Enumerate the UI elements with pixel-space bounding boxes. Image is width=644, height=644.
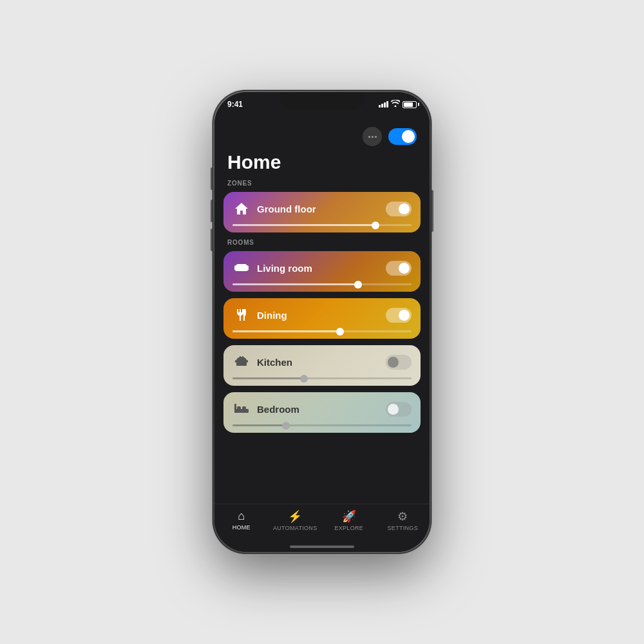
explore-nav-label: EXPLORE [334,525,363,531]
notch [280,92,364,110]
phone-frame: 9:41 [213,90,431,554]
living-room-toggle[interactable] [386,261,412,276]
bedroom-label: Bedroom [257,404,299,415]
living-room-label: Living room [257,263,312,274]
home-indicator [290,545,354,548]
ground-floor-card[interactable]: Ground floor [223,192,421,232]
kitchen-slider[interactable] [232,377,412,379]
main-toggle[interactable] [388,128,417,145]
rooms-cards: Living room [214,251,430,433]
status-icons [379,100,417,109]
bedroom-card[interactable]: Bedroom [223,392,421,433]
svg-rect-14 [242,406,246,410]
rooms-label: ROOMS [214,239,430,246]
dining-card[interactable]: Dining [223,298,421,339]
ground-floor-label: Ground floor [257,204,316,214]
phone-screen: 9:41 [214,92,430,552]
signal-icon [379,101,388,108]
svg-rect-11 [234,409,249,413]
kitchen-toggle[interactable] [386,355,412,370]
house-icon [232,200,251,218]
svg-rect-8 [247,360,248,363]
nav-home[interactable]: ⌂ HOME [214,509,269,531]
nav-explore[interactable]: 🚀 EXPLORE [322,509,376,531]
settings-nav-label: SETTINGS [388,525,418,531]
automations-nav-icon: ⚡ [288,509,302,524]
home-nav-label: HOME [232,524,251,531]
automations-nav-label: AUTOMATIONS [273,525,317,531]
svg-rect-6 [236,361,247,366]
more-button[interactable] [363,127,382,146]
status-time: 9:41 [227,100,243,109]
svg-rect-9 [240,356,241,358]
svg-rect-4 [236,264,247,267]
zones-label: ZONES [214,180,430,187]
ground-floor-toggle[interactable] [386,202,412,216]
zones-cards: Ground floor [214,192,430,232]
page-title-section: Home [214,151,430,180]
nav-settings[interactable]: ⚙ SETTINGS [376,509,430,531]
svg-rect-10 [242,356,243,358]
svg-rect-12 [234,404,236,413]
sofa-icon [232,259,251,277]
pot-icon [232,353,251,371]
svg-rect-7 [235,360,236,363]
svg-rect-13 [237,406,241,410]
ground-floor-slider[interactable] [232,224,412,226]
living-room-card[interactable]: Living room [223,251,421,292]
bedroom-slider[interactable] [232,424,412,426]
kitchen-label: Kitchen [257,357,292,368]
page-title: Home [227,151,281,173]
screen-content: 9:41 [214,92,430,552]
utensils-icon [232,306,251,324]
nav-automations[interactable]: ⚡ AUTOMATIONS [269,509,323,531]
kitchen-card[interactable]: Kitchen [223,345,421,386]
explore-nav-icon: 🚀 [342,509,356,524]
settings-nav-icon: ⚙ [397,509,408,524]
wifi-icon [391,100,400,109]
bed-icon [232,400,251,418]
battery-icon [402,101,417,108]
main-content: Home ZONES [214,92,430,504]
home-nav-icon: ⌂ [238,509,245,523]
bottom-nav: ⌂ HOME ⚡ AUTOMATIONS 🚀 EXPLORE ⚙ SETTING… [214,504,430,552]
dining-slider[interactable] [232,330,412,332]
bedroom-toggle[interactable] [386,402,412,417]
dining-label: Dining [257,310,287,321]
dining-toggle[interactable] [386,308,412,323]
header-row [214,120,430,151]
living-room-slider[interactable] [232,283,412,285]
